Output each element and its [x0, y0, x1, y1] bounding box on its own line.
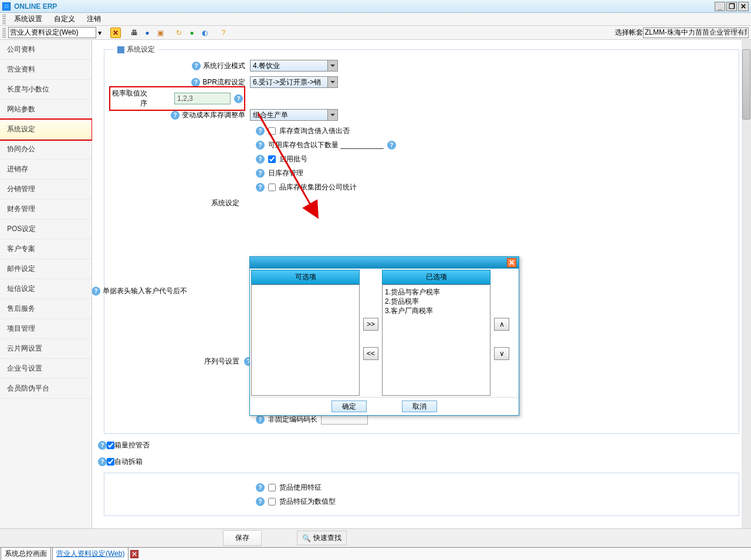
help-icon[interactable]: ? — [92, 287, 100, 296]
industry-select[interactable]: 4.餐饮业 — [250, 60, 338, 72]
grip-icon — [2, 28, 6, 38]
help-icon[interactable]: ? — [192, 62, 201, 70]
list-item[interactable]: 1.货品与客户税率 — [385, 287, 488, 297]
menu-system[interactable]: 系统设置 — [8, 12, 48, 26]
scrollbar[interactable] — [742, 40, 751, 538]
tax-input[interactable] — [174, 93, 231, 104]
chk-box-ctrl[interactable] — [107, 442, 114, 449]
help-icon[interactable]: ? — [256, 127, 265, 135]
sidebar-item[interactable]: 网站参数 — [0, 100, 92, 120]
help-icon[interactable]: ? — [98, 457, 107, 466]
sidebar-item[interactable]: 云片网设置 — [0, 339, 92, 359]
status-tab-current[interactable]: 营业人资料设定(Web) — [52, 547, 128, 560]
subset-label: 系统设定 — [109, 198, 244, 208]
page-select[interactable] — [8, 27, 96, 38]
sidebar-item[interactable]: 售后服务 — [0, 299, 92, 319]
selected-list[interactable]: 1.货品与客户税率2.货品税率3.客户厂商税率 — [382, 284, 490, 396]
chk-group-stat[interactable] — [268, 184, 276, 191]
help-icon[interactable]: ? — [191, 78, 200, 87]
selected-header: 已选项 — [382, 270, 490, 284]
doc-header-label: 单据表头输入客户代号后不 — [103, 286, 187, 296]
sidebar-item[interactable]: 企业号设置 — [0, 359, 92, 379]
titlebar: □ ONLINE ERP _ ❐ ✕ — [0, 0, 751, 13]
remove-button[interactable]: << — [363, 347, 378, 360]
grip-icon — [2, 15, 6, 24]
sidebar-item[interactable]: 协同办公 — [0, 140, 92, 159]
blue-dot-icon[interactable]: ◐ — [199, 28, 210, 38]
down-button[interactable]: ∨ — [494, 347, 509, 360]
green-dot-icon[interactable]: ● — [187, 28, 197, 38]
help-icon[interactable]: ? — [218, 28, 229, 38]
sidebar-item[interactable]: 营业资料 — [0, 60, 92, 80]
statusbar: 系统总控画面 营业人资料设定(Web) ✕ — [0, 547, 751, 560]
available-header: 可选项 — [251, 270, 360, 284]
folder-icon[interactable]: ▣ — [155, 28, 165, 38]
help-icon[interactable]: ? — [256, 497, 265, 506]
menu-logout[interactable]: 注销 — [81, 12, 107, 26]
chk-feature-num[interactable] — [268, 498, 276, 505]
bpr-label: BPR流程设定 — [202, 77, 245, 87]
tax-order-modal: ✕ 可选项 >> << 已选项 1.货品与客户税率2.货品税率3.客户厂商税率 … — [249, 256, 519, 416]
help-icon[interactable]: ? — [256, 155, 265, 164]
search-icon: 🔍 — [302, 534, 311, 542]
save-button[interactable]: 保存 — [223, 530, 262, 546]
sidebar: 公司资料营业资料长度与小数位网站参数系统设定协同办公进销存分销管理财务管理POS… — [0, 40, 92, 538]
bpr-select[interactable]: 6.受订->受订开票->销 — [250, 76, 338, 88]
sidebar-item[interactable]: 项目管理 — [0, 319, 92, 339]
sidebar-item[interactable]: 财务管理 — [0, 199, 92, 219]
modal-close-button[interactable]: ✕ — [507, 258, 516, 267]
menubar: 系统设置 自定义 注销 — [0, 13, 751, 26]
globe-icon[interactable]: ● — [142, 28, 153, 38]
sidebar-item[interactable]: 客户专案 — [0, 239, 92, 259]
sidebar-item[interactable]: 系统设定 — [0, 120, 92, 140]
chk-use-feature[interactable] — [268, 484, 276, 491]
menu-custom[interactable]: 自定义 — [48, 12, 81, 26]
sidebar-item[interactable]: 分销管理 — [0, 179, 92, 199]
minimize-button[interactable]: _ — [715, 2, 725, 11]
help-icon[interactable]: ? — [256, 415, 265, 424]
status-tab-main[interactable]: 系统总控画面 — [1, 547, 51, 560]
chk-batch[interactable] — [268, 155, 276, 163]
chk-auto-unbox[interactable] — [107, 458, 114, 466]
bottombar: 保存 🔍 快速查找 — [0, 528, 751, 547]
help-icon[interactable]: ? — [256, 141, 265, 150]
quick-search[interactable]: 🔍 快速查找 — [297, 531, 347, 545]
help-icon[interactable]: ? — [171, 111, 180, 120]
help-icon[interactable]: ? — [98, 441, 107, 450]
industry-label: 系统行业模式 — [203, 61, 245, 71]
list-item[interactable]: 2.货品税率 — [385, 297, 488, 306]
app-icon: □ — [2, 2, 11, 11]
tax-label: 税率取值次序 — [111, 89, 147, 108]
up-button[interactable]: ∧ — [494, 318, 509, 331]
ok-button[interactable]: 确定 — [331, 401, 367, 412]
sidebar-item[interactable]: 公司资料 — [0, 40, 92, 60]
serial-label: 序列号设置 — [109, 357, 244, 366]
maximize-button[interactable]: ❐ — [726, 2, 737, 11]
list-item[interactable]: 3.客户厂商税率 — [385, 306, 488, 315]
status-close-icon[interactable]: ✕ — [130, 550, 138, 558]
cancel-button[interactable]: 取消 — [402, 401, 437, 412]
help-icon[interactable]: ? — [234, 94, 243, 103]
help-icon[interactable]: ? — [256, 483, 265, 492]
sidebar-item[interactable]: 长度与小数位 — [0, 80, 92, 100]
help-icon[interactable]: ? — [387, 141, 396, 150]
sidebar-item[interactable]: POS设定 — [0, 219, 92, 239]
account-input[interactable] — [643, 28, 749, 38]
close-tab-icon[interactable]: ✕ — [110, 28, 121, 38]
refresh-icon[interactable]: ↻ — [174, 28, 184, 38]
available-list[interactable] — [251, 284, 360, 396]
chk-stock-query[interactable] — [268, 127, 276, 135]
toolbar: ▾ ✕ 🖶 ● ▣ ↻ ● ◐ ? 选择帐套 — [0, 26, 751, 40]
sidebar-item[interactable]: 进销存 — [0, 159, 92, 179]
account-label: 选择帐套 — [615, 28, 643, 38]
sidebar-item[interactable]: 会员防伪平台 — [0, 379, 92, 399]
adjust-select[interactable]: 组合生产单 — [250, 109, 338, 121]
fieldset-icon — [117, 46, 124, 53]
close-button[interactable]: ✕ — [738, 2, 749, 11]
sidebar-item[interactable]: 邮件设定 — [0, 259, 92, 279]
sidebar-item[interactable]: 短信设定 — [0, 279, 92, 299]
help-icon[interactable]: ? — [256, 183, 265, 192]
add-button[interactable]: >> — [363, 318, 378, 331]
print-icon[interactable]: 🖶 — [129, 28, 140, 38]
help-icon[interactable]: ? — [256, 169, 265, 178]
